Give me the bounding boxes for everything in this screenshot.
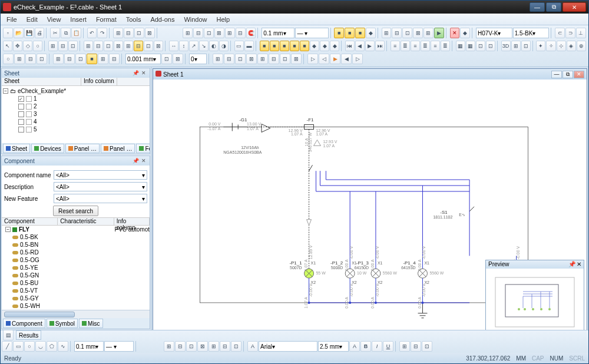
select-description[interactable]: <All>▾ <box>54 182 147 191</box>
tool-icon[interactable]: ○ <box>3 54 14 64</box>
tab-misc[interactable]: Misc <box>79 319 103 328</box>
tree-root[interactable]: − 🗀 eCheck_Example* <box>3 87 148 95</box>
font-combo[interactable]: Arial ▾ <box>259 341 317 352</box>
tool-icon[interactable]: ▭ <box>234 41 244 51</box>
tool-icon[interactable]: ⊡ <box>161 54 172 64</box>
tool-icon[interactable]: ⊟ <box>94 41 103 51</box>
tab-component[interactable]: Component <box>3 319 45 328</box>
cut-icon[interactable]: ✂ <box>50 28 60 38</box>
close-icon[interactable]: ✕ <box>577 261 581 267</box>
tool-icon[interactable]: ⊟ <box>124 28 134 38</box>
col-infocolumn[interactable]: Info column <box>114 218 150 225</box>
tool-icon[interactable]: ○ <box>33 41 42 51</box>
text-icon[interactable]: A <box>247 341 258 352</box>
grid-icon[interactable]: ⊠ <box>214 28 224 38</box>
reset-search-button[interactable]: Reset search <box>53 206 98 216</box>
tool-icon[interactable]: ⊞ <box>164 341 174 352</box>
tool-icon[interactable]: ⊠ <box>413 28 423 38</box>
grid-row-fly[interactable]: − FLY PVC automot <box>2 226 150 233</box>
tab-panel2[interactable]: Panel … <box>101 144 135 153</box>
tool-icon[interactable]: ⊡ <box>144 41 153 51</box>
line-icon[interactable]: ╱ <box>2 341 12 352</box>
menu-window[interactable]: Window <box>180 15 210 24</box>
italic-icon[interactable]: I <box>372 341 382 352</box>
tool-icon[interactable]: ↘ <box>199 41 209 51</box>
tool-icon[interactable]: ↗ <box>189 41 198 51</box>
tool-icon[interactable]: ⊟ <box>109 54 120 64</box>
close-icon[interactable]: ✕ <box>140 70 147 77</box>
tool-icon[interactable]: ▦ <box>456 41 465 51</box>
align-icon[interactable]: ≡ <box>411 41 420 51</box>
doc-maximize-button[interactable]: ⧉ <box>562 71 573 78</box>
highlight-icon[interactable]: ■ <box>355 28 365 38</box>
highlight-icon[interactable]: ■ <box>345 28 355 38</box>
checkbox-icon[interactable] <box>18 96 24 102</box>
tool-icon[interactable]: ⊡ <box>280 54 290 64</box>
tool-icon[interactable]: ⊟ <box>64 54 75 64</box>
tool-icon[interactable]: ⊟ <box>175 341 186 352</box>
tool-icon[interactable]: ⊟ <box>392 28 402 38</box>
pin-icon[interactable]: 📌 <box>568 261 575 267</box>
checkbox-icon[interactable] <box>18 111 24 117</box>
grid-row[interactable]: 0.5-BK <box>2 233 150 241</box>
tool-icon[interactable]: ⊞ <box>98 54 108 64</box>
redo-icon[interactable]: ↷ <box>97 28 107 38</box>
nav-next-icon[interactable]: ▶ <box>365 41 375 51</box>
tool-icon[interactable]: ▷ <box>352 54 363 64</box>
checkbox-icon[interactable] <box>18 127 24 133</box>
nav-last-icon[interactable]: ⏭ <box>375 41 385 51</box>
tool-icon[interactable]: ■ <box>260 41 269 51</box>
rect-icon[interactable]: ▭ <box>13 341 24 352</box>
open-icon[interactable]: 📂 <box>14 28 24 38</box>
tool-icon[interactable]: ⊠ <box>114 41 123 51</box>
tool-icon[interactable]: ■ <box>280 41 289 51</box>
schematic-canvas[interactable]: -G1 0.00 V 13.00 V -1.07 A 1.07 A -F <box>153 80 587 330</box>
tool-icon[interactable]: ✧ <box>546 41 555 51</box>
tool-icon[interactable]: ⊡ <box>68 41 78 51</box>
grid-row[interactable]: 0.5-BN <box>2 241 150 249</box>
collapse-icon[interactable]: − <box>3 88 8 94</box>
wiretype-combo[interactable]: H07V-K ▾ <box>476 28 512 38</box>
linewidth-combo[interactable]: 0.1 mm▾ <box>74 341 104 352</box>
tool-icon[interactable]: ⊞ <box>423 28 434 38</box>
tool-icon[interactable]: ⊡ <box>486 41 495 51</box>
tab-panel1[interactable]: Panel … <box>65 144 100 153</box>
go-icon[interactable]: ▶ <box>434 28 444 38</box>
paste-icon[interactable]: 📋 <box>71 28 81 38</box>
poly-icon[interactable]: ⬠ <box>47 341 57 352</box>
grid-row[interactable]: 0.5-VT <box>2 287 150 294</box>
tool-icon[interactable]: ⊹ <box>557 41 566 51</box>
tool-icon[interactable]: ⊟ <box>411 341 421 352</box>
tool-icon[interactable]: ⊠ <box>291 54 302 64</box>
magnet-icon[interactable]: 🧲 <box>246 28 256 38</box>
nav-prev-icon[interactable]: ◀ <box>355 41 365 51</box>
tool-icon[interactable]: ⊂ <box>555 28 565 38</box>
tool-icon[interactable]: ↔ <box>169 41 178 51</box>
tool-icon[interactable]: ⊡ <box>235 54 246 64</box>
pin-icon[interactable]: 📌 <box>132 157 139 164</box>
grid-icon[interactable]: ⊟ <box>236 28 246 38</box>
menu-insert[interactable]: Insert <box>67 15 90 24</box>
zero-combo[interactable]: 0 ▾ <box>189 54 207 64</box>
tool-icon[interactable]: ⊞ <box>213 54 223 64</box>
minimize-button[interactable]: — <box>530 2 545 12</box>
tool-icon[interactable]: ⊟ <box>58 41 68 51</box>
curve-icon[interactable]: ∿ <box>58 341 68 352</box>
menu-edit[interactable]: Edit <box>23 15 41 24</box>
tool-icon[interactable]: ⊡ <box>476 41 485 51</box>
tool-icon[interactable]: ↕ <box>179 41 188 51</box>
tool-icon[interactable]: ⊠ <box>197 341 208 352</box>
tab-sheet[interactable]: Sheet <box>3 144 30 153</box>
preview-body[interactable] <box>486 269 584 330</box>
menu-tools[interactable]: Tools <box>123 15 145 24</box>
tab-results[interactable]: Results <box>16 330 41 340</box>
grid-row[interactable]: 0.5-OG <box>2 256 150 264</box>
col-info[interactable]: Info column <box>81 78 117 85</box>
component-hscroll[interactable] <box>2 310 150 318</box>
tool-icon[interactable]: ⊡ <box>37 54 47 64</box>
tool-icon[interactable]: ⊞ <box>14 54 25 64</box>
tool-icon[interactable]: ◀ <box>341 54 352 64</box>
tool-icon[interactable]: ⊠ <box>246 54 257 64</box>
tool-icon[interactable]: ■ <box>270 41 279 51</box>
grid-row[interactable]: 0.5-YE <box>2 264 150 272</box>
